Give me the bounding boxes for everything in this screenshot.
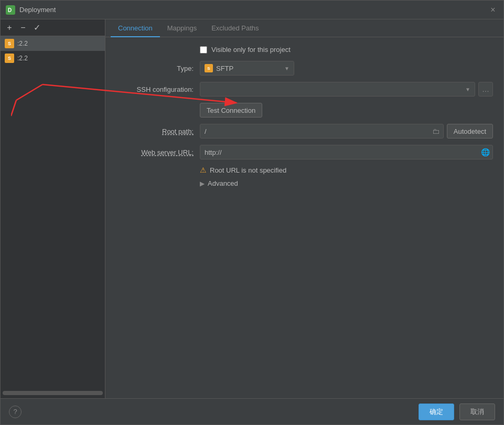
type-dropdown-text: SFTP <box>216 65 282 72</box>
folder-browse-button[interactable]: 🗀 <box>430 125 442 137</box>
root-path-input[interactable] <box>200 126 430 137</box>
root-path-row: Root path: 🗀 Autodetect <box>116 124 493 139</box>
sidebar-item-2[interactable]: S :2.2 <box>1 51 105 66</box>
sidebar-item-label-2: :2.2 <box>17 55 28 62</box>
sftp-icon-2: S <box>5 54 14 63</box>
sftp-icon-1: S <box>5 39 14 48</box>
ssh-dropdown-arrow: ▼ <box>465 87 470 92</box>
root-path-input-wrapper: 🗀 <box>200 124 444 139</box>
root-path-control: 🗀 Autodetect <box>200 124 493 139</box>
tab-excluded-paths[interactable]: Excluded Paths <box>204 20 266 37</box>
sidebar: + − ✓ S :2.2 S :2.2 <box>1 19 105 398</box>
title-bar-left: D Deployment <box>6 5 56 15</box>
web-server-url-row: Web server URL: 🌐 <box>116 145 493 160</box>
root-path-label: Root path: <box>116 128 200 135</box>
svg-text:D: D <box>8 7 12 13</box>
advanced-row[interactable]: ▶ Advanced <box>200 179 493 187</box>
sidebar-scrollbar[interactable] <box>3 391 103 395</box>
panel-content: Visible only for this project Type: S SF… <box>105 37 503 398</box>
remove-button[interactable]: − <box>17 22 29 34</box>
right-panel: Connection Mappings Excluded Paths Visib… <box>105 19 503 398</box>
test-connection-button[interactable]: Test Connection <box>200 103 262 118</box>
sidebar-item-label-1: :2.2 <box>17 40 28 47</box>
advanced-arrow-icon: ▶ <box>200 180 205 187</box>
help-button[interactable]: ? <box>9 406 22 418</box>
deployment-dialog: D Deployment × + − ✓ S :2.2 S :2.2 <box>0 0 504 425</box>
visible-only-label: Visible only for this project <box>211 46 291 54</box>
visible-only-row: Visible only for this project <box>200 46 493 54</box>
type-label: Type: <box>116 65 200 72</box>
ssh-config-control: ▼ … <box>200 82 493 97</box>
check-button[interactable]: ✓ <box>31 22 42 34</box>
visible-only-checkbox[interactable] <box>200 46 207 54</box>
test-connection-row: Test Connection <box>116 103 493 118</box>
app-icon: D <box>6 5 15 15</box>
web-server-url-input[interactable] <box>200 147 479 158</box>
warning-row: ⚠ Root URL is not specified <box>200 166 493 174</box>
type-dropdown[interactable]: S SFTP ▼ <box>200 61 294 76</box>
ssh-config-label: SSH configuration: <box>116 86 200 93</box>
confirm-button[interactable]: 确定 <box>419 403 454 420</box>
test-connection-control: Test Connection <box>200 103 493 118</box>
warning-text: Root URL is not specified <box>210 166 286 174</box>
bottom-right: 确定 取消 <box>419 403 495 420</box>
warning-icon: ⚠ <box>200 166 207 174</box>
sidebar-toolbar: + − ✓ <box>1 19 105 36</box>
title-bar: D Deployment × <box>1 1 503 19</box>
close-button[interactable]: × <box>488 5 498 15</box>
tabs: Connection Mappings Excluded Paths <box>105 19 503 37</box>
tab-mappings[interactable]: Mappings <box>160 20 204 37</box>
web-server-url-label: Web server URL: <box>116 148 200 156</box>
type-row: Type: S SFTP ▼ <box>116 61 493 76</box>
web-server-url-control: 🌐 <box>200 145 493 160</box>
ssh-input-wrapper: ▼ … <box>200 82 493 97</box>
type-control: S SFTP ▼ <box>200 61 493 76</box>
globe-button[interactable]: 🌐 <box>479 146 491 158</box>
advanced-label: Advanced <box>208 179 238 187</box>
cancel-button[interactable]: 取消 <box>459 403 495 420</box>
web-server-url-input-wrapper: 🌐 <box>200 145 493 160</box>
ssh-config-dropdown[interactable]: ▼ <box>200 82 475 97</box>
main-content: + − ✓ S :2.2 S :2.2 Connection Mappin <box>1 19 503 398</box>
ssh-config-dots-button[interactable]: … <box>478 82 493 97</box>
autodetect-button[interactable]: Autodetect <box>447 124 493 139</box>
dialog-title: Deployment <box>19 6 56 14</box>
sftp-dropdown-icon: S <box>205 64 213 72</box>
add-button[interactable]: + <box>4 22 15 34</box>
sidebar-item-1[interactable]: S :2.2 <box>1 36 105 51</box>
tab-connection[interactable]: Connection <box>111 20 160 37</box>
bottom-bar: ? 确定 取消 <box>1 398 503 424</box>
ssh-config-row: SSH configuration: ▼ … <box>116 82 493 97</box>
type-dropdown-arrow: ▼ <box>284 66 289 71</box>
